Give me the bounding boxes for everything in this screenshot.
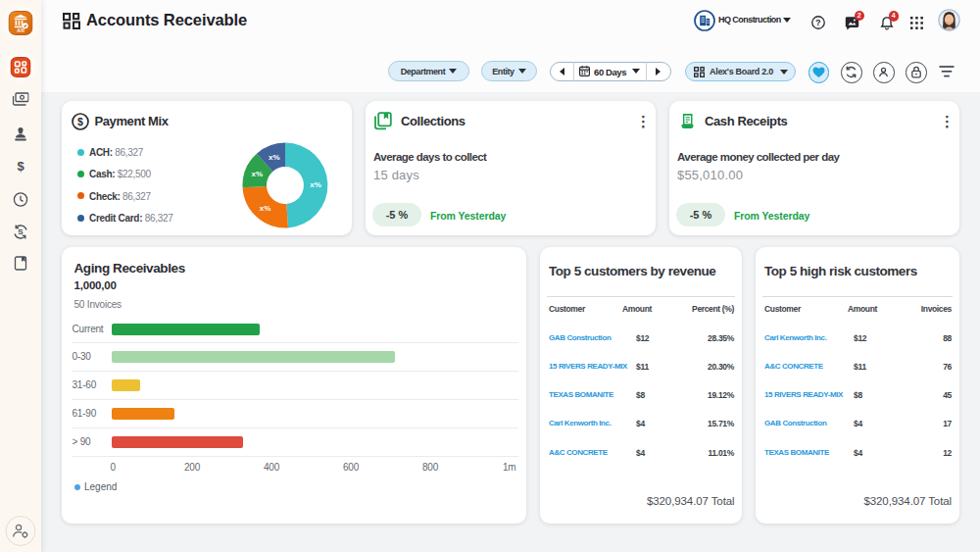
svg-text:S: S — [18, 227, 24, 236]
svg-text:x%: x% — [260, 204, 271, 213]
svg-text:x%: x% — [252, 170, 264, 178]
svg-text:x%: x% — [310, 180, 321, 189]
svg-text:x%: x% — [269, 153, 280, 162]
svg-text:?: ? — [815, 18, 820, 27]
svg-text:A/R: A/R — [17, 28, 25, 33]
svg-text:$: $ — [77, 116, 83, 127]
